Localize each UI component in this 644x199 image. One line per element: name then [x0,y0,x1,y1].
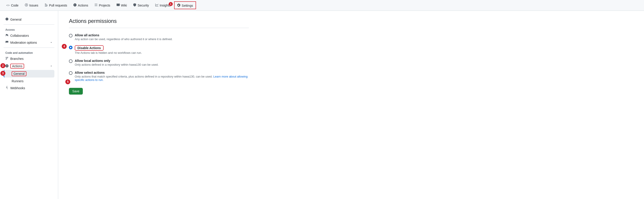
option-local-content: Allow local actions only Only actions de… [75,59,158,66]
nav-security[interactable]: Security [130,2,152,9]
options-group: Allow all actions Any action can be used… [69,33,249,82]
sidebar-divider-2 [4,48,54,48]
chevron-up-icon [50,64,52,68]
option-allow-all: Allow all actions Any action can be used… [69,33,249,41]
option-allow-all-label[interactable]: Allow all actions [75,33,172,37]
branches-icon [5,57,8,61]
content-divider [69,28,249,28]
nav-settings[interactable]: Settings [174,1,196,9]
sidebar: General Access Collaborators Moderation … [0,11,58,199]
nav-insights[interactable]: Insights 1 [152,2,173,9]
issues-icon [25,3,28,7]
sidebar-general-subitem-wrapper: General 3 [4,70,54,78]
sidebar-section-access: Access [4,27,54,32]
settings-badge: 1 [169,2,173,6]
sidebar-item-collaborators[interactable]: Collaborators [4,32,54,39]
sidebar-item-branches[interactable]: Branches [4,55,54,62]
actions-sidebar-icon [5,64,8,68]
sidebar-item-actions[interactable]: Actions [4,62,54,70]
option-allow-all-content: Allow all actions Any action can be used… [75,33,172,41]
sidebar-actions-group-wrapper: Actions 2 [4,62,54,70]
nav-pull-requests[interactable]: Pull requests [42,2,70,9]
annotation-4: 4 [62,44,67,49]
actions-label: Actions [10,64,24,69]
svg-point-1 [26,5,27,5]
pull-requests-icon [44,3,48,7]
option-select-label[interactable]: Allow select actions [75,71,249,74]
sidebar-item-webhooks[interactable]: Webhooks [4,85,54,91]
option-disable-content: Disable Actions The Actions tab is hidde… [75,45,142,55]
wiki-icon [116,3,120,7]
option-disable-label[interactable]: Disable Actions [78,46,101,50]
option-disable: Disable Actions The Actions tab is hidde… [69,45,249,55]
actions-icon [74,3,76,7]
save-button[interactable]: Save [69,88,83,95]
option-select-desc: Only actions that match specified criter… [75,75,249,82]
chevron-down-icon [50,41,52,44]
option-local-desc: Only actions defined in a repository wit… [75,63,158,66]
sidebar-subitem-general[interactable]: General [4,70,54,78]
gear-icon [5,18,8,21]
moderation-icon [5,41,8,44]
sidebar-item-general[interactable]: General [4,16,54,23]
save-button-wrapper: Save 5 [69,82,83,95]
option-select: Allow select actions Only actions that m… [69,71,249,82]
nav-code[interactable]: <> Code [4,2,21,9]
layout: General Access Collaborators Moderation … [0,11,644,199]
top-nav: <> Code Issues Pull requests Actions Pro… [0,0,644,11]
disable-label-box: Disable Actions [75,45,104,51]
radio-local[interactable] [69,59,72,63]
general-subitem-label: General [12,71,26,76]
sidebar-item-moderation[interactable]: Moderation options [4,39,54,46]
webhooks-icon [5,86,8,90]
sidebar-subitem-runners[interactable]: Runners [4,78,54,84]
option-allow-all-desc: Any action can be used, regardless of wh… [75,38,172,41]
radio-allow-all[interactable] [69,34,72,38]
radio-select[interactable] [69,71,72,75]
disable-label-wrapper: Disable Actions [75,45,104,51]
sidebar-section-code: Code and automation [4,50,54,55]
radio-disable[interactable] [69,46,72,49]
nav-actions[interactable]: Actions [71,2,91,9]
projects-icon [94,3,98,7]
main-content: Actions permissions Allow all actions An… [58,11,260,199]
nav-issues[interactable]: Issues [22,2,41,9]
nav-wiki[interactable]: Wiki [114,2,130,9]
page-title: Actions permissions [69,18,249,24]
collaborators-icon [5,34,8,38]
security-icon [133,3,136,7]
option-local-label[interactable]: Allow local actions only [75,59,158,63]
settings-icon [177,4,180,8]
option-select-content: Allow select actions Only actions that m… [75,71,249,82]
insights-icon [155,3,158,7]
code-icon: <> [6,4,10,7]
option-disable-desc: The Actions tab is hidden and no workflo… [75,51,142,55]
option-local: Allow local actions only Only actions de… [69,59,249,66]
nav-projects[interactable]: Projects [92,2,113,9]
